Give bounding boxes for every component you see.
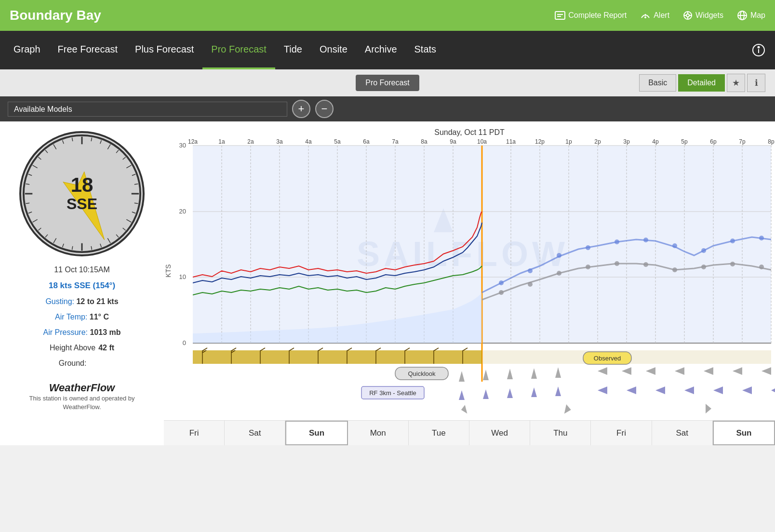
- svg-text:1a: 1a: [218, 138, 225, 145]
- info-circle-icon: [752, 43, 765, 57]
- svg-text:8p: 8p: [768, 138, 775, 145]
- day-item-wed[interactable]: Wed: [469, 421, 530, 445]
- svg-text:3p: 3p: [623, 138, 630, 145]
- widgets-icon: [683, 11, 693, 20]
- rf-label: RF 3km - Seattle: [369, 389, 416, 397]
- top-bar: Boundary Bay Complete Report Alert Widge…: [0, 0, 775, 31]
- svg-point-115: [759, 236, 764, 240]
- gusting-label: Gusting:: [45, 297, 74, 306]
- svg-text:3a: 3a: [276, 138, 283, 145]
- nav-stats[interactable]: Stats: [406, 31, 445, 69]
- site-title: Boundary Bay: [10, 8, 101, 23]
- view-toggle: Basic Detailed ★ ℹ: [639, 74, 765, 92]
- compass-inner: 18 SSE: [67, 175, 97, 213]
- svg-marker-166: [627, 386, 636, 394]
- wind-arrow-rf-right-group: [598, 386, 775, 394]
- svg-marker-156: [675, 367, 684, 375]
- svg-point-114: [730, 239, 735, 243]
- nav-free-forecast[interactable]: Free Forecast: [49, 31, 126, 69]
- svg-marker-154: [622, 367, 631, 375]
- gusting-value: 12 to 21 kts: [76, 297, 118, 306]
- svg-point-124: [730, 262, 735, 266]
- nav-archive[interactable]: Archive: [356, 31, 406, 69]
- svg-marker-155: [646, 367, 655, 375]
- map-action[interactable]: Map: [737, 10, 765, 21]
- detailed-view-button[interactable]: Detailed: [678, 74, 725, 92]
- remove-model-button[interactable]: −: [315, 100, 334, 118]
- pro-forecast-center-btn: Pro Forecast: [356, 75, 419, 91]
- svg-point-119: [586, 265, 590, 269]
- diagonal-arrows: [460, 404, 711, 416]
- svg-rect-0: [555, 12, 565, 19]
- svg-marker-148: [459, 371, 465, 382]
- svg-marker-173: [562, 404, 573, 415]
- day-item-sun[interactable]: Sun: [713, 421, 775, 445]
- svg-point-4: [645, 17, 646, 18]
- svg-point-118: [557, 271, 561, 276]
- svg-marker-172: [460, 405, 469, 415]
- day-item-sat[interactable]: Sat: [225, 421, 285, 445]
- sub-header: Pro Forecast Basic Detailed ★ ℹ: [0, 69, 775, 96]
- nav-plus-forecast[interactable]: Plus Forecast: [126, 31, 202, 69]
- nav-info[interactable]: [747, 31, 770, 69]
- main-chart: Sunday, Oct 11 PDT SAILFLOW KTS: [164, 121, 775, 420]
- height-value: 42 ft: [98, 340, 114, 371]
- available-models-select[interactable]: Available Models: [8, 102, 287, 117]
- station-info: 11 Oct 10:15AM 18 kts SSE (154°) Gusting…: [43, 262, 121, 371]
- add-model-button[interactable]: +: [292, 100, 310, 118]
- air-pressure-row: Air Pressure: 1013 mb: [43, 325, 121, 340]
- svg-point-106: [499, 280, 504, 285]
- left-panel: 18 SSE 11 Oct 10:15AM 18 kts SSE (154°) …: [0, 121, 164, 445]
- svg-text:0: 0: [183, 339, 186, 346]
- info-button[interactable]: ℹ: [747, 74, 765, 92]
- alert-action[interactable]: Alert: [640, 11, 669, 20]
- compass-container: 18 SSE: [19, 131, 145, 256]
- svg-marker-157: [704, 367, 713, 375]
- svg-text:4a: 4a: [305, 138, 312, 145]
- svg-point-110: [615, 239, 619, 244]
- weatherflow-logo: WeatherFlow This station is owned and op…: [29, 382, 135, 412]
- svg-text:5a: 5a: [334, 138, 341, 145]
- day-item-thu[interactable]: Thu: [530, 421, 591, 445]
- svg-marker-149: [483, 370, 489, 380]
- svg-marker-159: [762, 367, 771, 375]
- svg-text:4p: 4p: [652, 138, 659, 145]
- day-item-tue[interactable]: Tue: [409, 421, 469, 445]
- svg-text:11a: 11a: [506, 138, 516, 145]
- pro-forecast-button[interactable]: Pro Forecast: [356, 75, 419, 91]
- day-item-fri[interactable]: Fri: [591, 421, 652, 445]
- nav-pro-forecast[interactable]: Pro Forecast: [202, 31, 275, 69]
- air-pressure-label: Air Pressure:: [43, 328, 88, 336]
- basic-view-button[interactable]: Basic: [639, 74, 676, 92]
- air-pressure-value: 1013 mb: [90, 328, 120, 336]
- star-button[interactable]: ★: [727, 74, 745, 92]
- air-temp-value: 11° C: [90, 313, 109, 321]
- nav-onsite[interactable]: Onsite: [311, 31, 356, 69]
- day-item-sun[interactable]: Sun: [285, 421, 347, 445]
- svg-point-120: [615, 261, 619, 266]
- svg-text:8a: 8a: [421, 138, 428, 145]
- svg-point-117: [528, 282, 533, 287]
- widgets-action[interactable]: Widgets: [683, 11, 723, 20]
- svg-point-113: [701, 248, 706, 253]
- day-item-mon[interactable]: Mon: [348, 421, 409, 445]
- widgets-label: Widgets: [695, 11, 723, 20]
- complete-report-action[interactable]: Complete Report: [555, 11, 627, 20]
- svg-text:30: 30: [179, 142, 186, 149]
- day-item-fri[interactable]: Fri: [164, 421, 225, 445]
- svg-text:7p: 7p: [739, 138, 746, 145]
- svg-text:20: 20: [179, 208, 186, 215]
- svg-marker-153: [598, 367, 607, 375]
- report-icon: [555, 11, 565, 20]
- height-label: Height AboveGround:: [50, 340, 95, 371]
- svg-marker-158: [733, 367, 742, 375]
- svg-point-108: [557, 253, 561, 258]
- nav-graph[interactable]: Graph: [5, 31, 49, 69]
- svg-marker-171: [771, 388, 775, 392]
- quicklook-label: Quicklook: [408, 370, 436, 377]
- map-icon: [737, 10, 748, 21]
- day-item-sat[interactable]: Sat: [652, 421, 713, 445]
- svg-marker-152: [555, 367, 561, 378]
- nav-tide[interactable]: Tide: [275, 31, 311, 69]
- svg-text:6p: 6p: [710, 138, 717, 145]
